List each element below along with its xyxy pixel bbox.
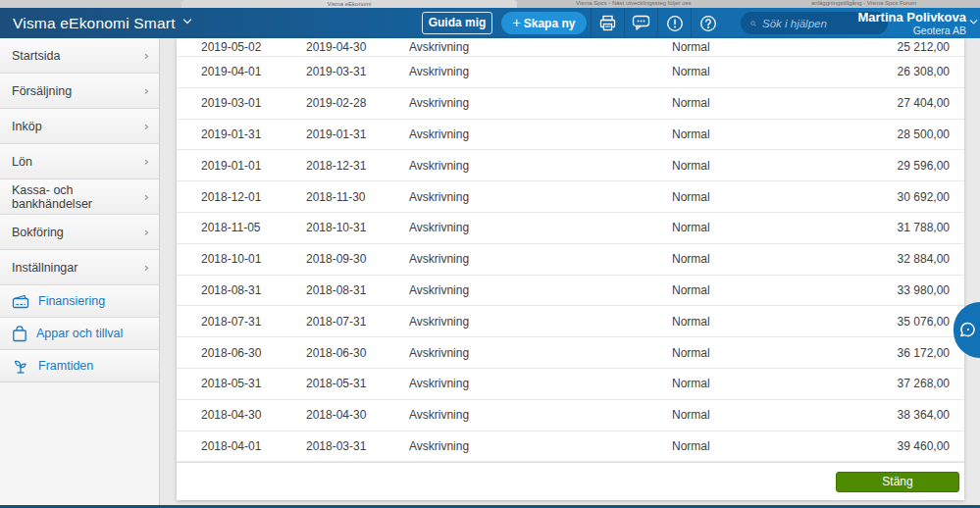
cell-depreciation-date: 2018-04-30 bbox=[306, 408, 409, 422]
browser-tab-group[interactable]: Visma Spcs - Näst utvecklingssteg följer… bbox=[517, 0, 980, 8]
sidebar-item-1[interactable]: Försäljning › bbox=[0, 74, 159, 109]
browser-tab-partial[interactable] bbox=[0, 0, 181, 8]
cell-depreciation-date: 2018-06-30 bbox=[306, 346, 409, 360]
chevron-right-icon: › bbox=[144, 154, 149, 169]
table-row[interactable]: 2018-04-01 2018-03-31 Avskrivning Normal… bbox=[177, 432, 964, 463]
sidebar-item-label: Appar och tillval bbox=[36, 327, 123, 340]
sidebar-item-label: Lön bbox=[12, 155, 32, 169]
cell-amount: 29 596,00 bbox=[868, 159, 950, 173]
table-row[interactable]: 2018-10-01 2018-09-30 Avskrivning Normal… bbox=[177, 244, 964, 276]
table-row[interactable]: 2018-04-30 2018-04-30 Avskrivning Normal… bbox=[177, 400, 964, 432]
cell-voucher-date: 2019-05-02 bbox=[201, 40, 306, 54]
cell-amount: 33 980,00 bbox=[868, 283, 950, 297]
cell-status: Normal bbox=[672, 283, 868, 297]
cell-depreciation-date: 2018-07-31 bbox=[306, 315, 409, 329]
table-row[interactable]: 2019-04-01 2019-03-31 Avskrivning Normal… bbox=[177, 57, 964, 88]
cell-type: Avskrivning bbox=[409, 408, 672, 422]
cell-type: Avskrivning bbox=[409, 96, 672, 110]
cell-depreciation-date: 2019-03-31 bbox=[306, 65, 409, 78]
table-row[interactable]: 2018-08-31 2018-08-31 Avskrivning Normal… bbox=[177, 276, 964, 307]
app-title[interactable]: Visma eEkonomi Smart bbox=[13, 15, 176, 32]
cell-type: Avskrivning bbox=[409, 346, 672, 360]
cell-type: Avskrivning bbox=[409, 439, 672, 453]
feedback-button[interactable] bbox=[624, 8, 657, 38]
cell-status: Normal bbox=[672, 221, 868, 234]
cell-status: Normal bbox=[672, 439, 868, 453]
cell-status: Normal bbox=[672, 40, 868, 54]
table-row[interactable]: 2018-11-05 2018-10-31 Avskrivning Normal… bbox=[177, 213, 964, 244]
browser-tab-active[interactable]: Visma eEkonomi bbox=[181, 0, 517, 8]
table-row[interactable]: 2018-05-31 2018-05-31 Avskrivning Normal… bbox=[177, 369, 964, 400]
chevron-down-icon bbox=[969, 18, 978, 26]
cell-amount: 28 500,00 bbox=[868, 127, 950, 141]
close-button[interactable]: Stäng bbox=[836, 472, 959, 492]
cell-voucher-date: 2018-12-01 bbox=[201, 190, 306, 204]
cell-status: Normal bbox=[672, 346, 868, 360]
sidebar-item-label: Bokföring bbox=[12, 226, 64, 239]
sidebar-item-label: Kassa- och bankhändelser bbox=[12, 183, 147, 211]
sidebar-item-label: Startsida bbox=[12, 49, 60, 63]
cell-amount: 30 692,00 bbox=[868, 190, 950, 204]
sidebar-item-5[interactable]: Bokföring › bbox=[0, 215, 159, 250]
sidebar-item-0[interactable]: Startsida › bbox=[0, 38, 159, 74]
question-circle-icon bbox=[699, 15, 717, 32]
sidebar-item-label: Inställningar bbox=[12, 261, 77, 275]
sidebar-item-framtiden[interactable]: Framtiden bbox=[0, 350, 159, 382]
cell-amount: 32 884,00 bbox=[868, 252, 950, 266]
table-row[interactable]: 2019-03-01 2019-02-28 Avskrivning Normal… bbox=[177, 88, 964, 120]
table-row[interactable]: 2019-05-02 2019-04-30 Avskrivning Normal… bbox=[177, 38, 964, 57]
cell-amount: 35 076,00 bbox=[868, 315, 950, 329]
sidebar-item-4[interactable]: Kassa- och bankhändelser › bbox=[0, 179, 159, 215]
cell-amount: 37 268,00 bbox=[868, 377, 950, 390]
cell-voucher-date: 2018-08-31 bbox=[201, 283, 306, 297]
cell-voucher-date: 2018-07-31 bbox=[201, 315, 306, 329]
chat-bubble-icon bbox=[632, 15, 650, 31]
print-button[interactable] bbox=[591, 8, 624, 38]
table-row[interactable]: 2019-01-31 2019-01-31 Avskrivning Normal… bbox=[177, 120, 964, 151]
sidebar-item-2[interactable]: Inköp › bbox=[0, 109, 159, 144]
sidebar-item-6[interactable]: Inställningar › bbox=[0, 250, 159, 285]
user-menu[interactable]: Martina Polivkova Geotera AB bbox=[857, 10, 966, 36]
notifications-button[interactable] bbox=[657, 8, 691, 38]
sidebar-item-finansiering[interactable]: Finansiering bbox=[0, 285, 159, 318]
sidebar-item-label: Inköp bbox=[12, 120, 42, 133]
cell-type: Avskrivning bbox=[409, 159, 672, 173]
chevron-down-icon[interactable] bbox=[182, 17, 192, 26]
table-row[interactable]: 2018-12-01 2018-11-30 Avskrivning Normal… bbox=[177, 181, 964, 213]
shopping-bag-icon bbox=[12, 326, 27, 342]
table-row[interactable]: 2019-01-01 2018-12-31 Avskrivning Normal… bbox=[177, 150, 964, 181]
cell-type: Avskrivning bbox=[409, 127, 672, 141]
cell-amount: 38 364,00 bbox=[868, 408, 950, 422]
cell-depreciation-date: 2019-04-30 bbox=[306, 40, 409, 54]
create-new-label: Skapa ny bbox=[524, 17, 576, 30]
sidebar-item-3[interactable]: Lön › bbox=[0, 144, 159, 179]
app-root: Visma eEkonomi Visma Spcs - Näst utveckl… bbox=[0, 0, 980, 508]
table-row[interactable]: 2018-06-30 2018-06-30 Avskrivning Normal… bbox=[177, 337, 964, 369]
help-button[interactable] bbox=[691, 8, 724, 38]
cell-depreciation-date: 2018-09-30 bbox=[306, 252, 409, 266]
cell-voucher-date: 2018-10-01 bbox=[201, 252, 306, 266]
cell-voucher-date: 2018-11-05 bbox=[201, 221, 306, 234]
cell-depreciation-date: 2018-11-30 bbox=[306, 190, 409, 204]
browser-tab-title: Visma Spcs - Näst utvecklingssteg följer… bbox=[576, 0, 692, 8]
guide-me-button[interactable]: Guida mig bbox=[422, 12, 492, 34]
cell-type: Avskrivning bbox=[409, 283, 672, 297]
depreciation-table-body: 2019-05-02 2019-04-30 Avskrivning Normal… bbox=[177, 38, 964, 462]
cell-depreciation-date: 2018-05-31 bbox=[306, 377, 409, 390]
cell-depreciation-date: 2019-02-28 bbox=[306, 96, 409, 110]
depreciation-dialog: 2019-05-02 2019-04-30 Avskrivning Normal… bbox=[177, 38, 964, 500]
cell-type: Avskrivning bbox=[409, 252, 672, 266]
plus-icon: + bbox=[513, 15, 521, 30]
sidebar-item-appar-och-tillval[interactable]: Appar och tillval bbox=[0, 318, 159, 350]
table-row[interactable]: 2018-07-31 2018-07-31 Avskrivning Normal… bbox=[177, 306, 964, 337]
cell-voucher-date: 2018-04-30 bbox=[201, 408, 306, 422]
create-new-button[interactable]: +Skapa ny bbox=[501, 12, 587, 34]
printer-icon bbox=[599, 15, 616, 31]
cell-voucher-date: 2019-03-01 bbox=[201, 96, 306, 110]
user-company: Geotera AB bbox=[857, 25, 966, 36]
chat-icon bbox=[959, 322, 976, 338]
cell-voucher-date: 2019-01-31 bbox=[201, 127, 306, 141]
sidebar-secondary-group: FinansieringAppar och tillvalFramtiden bbox=[0, 285, 159, 382]
cell-type: Avskrivning bbox=[409, 377, 672, 390]
sidebar-primary-group: Startsida › Försäljning › Inköp › Lön › … bbox=[0, 38, 159, 285]
